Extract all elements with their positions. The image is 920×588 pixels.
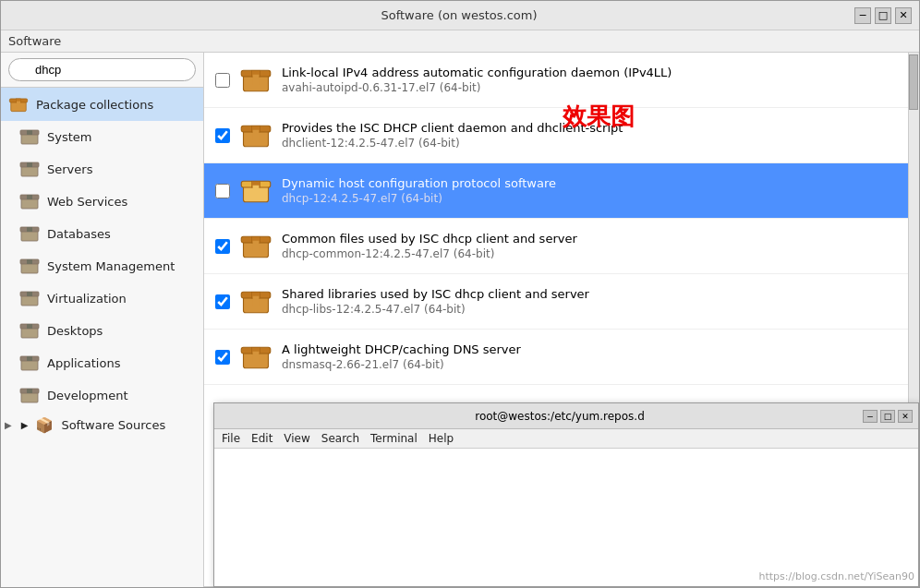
category-icon — [19, 352, 40, 375]
package-row-dnsmasq[interactable]: A lightweight DHCP/caching DNS serverdns… — [204, 330, 908, 385]
expand-arrow: ▶ — [5, 420, 12, 430]
sidebar-item-label: Databases — [47, 227, 111, 241]
sidebar-item-development[interactable]: Development — [1, 379, 203, 412]
sidebar-item-label: Virtualization — [47, 292, 127, 306]
sidebar-item-desktops[interactable]: Desktops — [1, 315, 203, 347]
sidebar-item-databases[interactable]: Databases — [1, 218, 203, 250]
app-title: Software — [8, 34, 61, 48]
terminal-title: root@westos:/etc/yum.repos.d — [257, 410, 863, 423]
svg-rect-21 — [27, 292, 32, 296]
category-icon — [19, 158, 40, 181]
package-row-dhcp[interactable]: Dynamic host configuration protocol soft… — [204, 163, 908, 219]
svg-rect-24 — [27, 324, 32, 329]
content-area: 效果图 🔍 Package collections System — [1, 53, 919, 587]
terminal-menubar: FileEditViewSearchTerminalHelp — [214, 429, 918, 449]
search-wrap: 🔍 — [8, 58, 196, 81]
pkg-checkbox-dhclient[interactable] — [215, 128, 230, 143]
sidebar-item-label: Servers — [47, 162, 92, 176]
package-icon — [8, 92, 29, 116]
sidebar-item-label: Web Services — [47, 195, 127, 209]
category-icon — [19, 222, 40, 246]
svg-rect-34 — [253, 75, 260, 85]
svg-rect-54 — [253, 352, 260, 362]
sidebar-item-system-management[interactable]: System Management — [1, 250, 203, 282]
terminal-menu-terminal[interactable]: Terminal — [370, 432, 418, 445]
sidebar-item-servers[interactable]: Servers — [1, 153, 203, 186]
pkg-checkbox-avahi[interactable] — [215, 73, 230, 88]
pkg-icon-avahi — [239, 60, 272, 100]
app-menubar: Software — [1, 30, 919, 53]
window-controls: − □ ✕ — [854, 7, 912, 24]
package-row-dhcp-common[interactable]: Common files used by ISC dhcp client and… — [204, 219, 908, 274]
svg-rect-12 — [27, 195, 32, 199]
svg-rect-3 — [17, 102, 20, 108]
terminal-menu-edit[interactable]: Edit — [251, 432, 272, 445]
pkg-subtitle-dhcp: dhcp-12:4.2.5-47.el7 (64-bit) — [282, 192, 897, 205]
main-content: Link-local IPv4 address automatic config… — [204, 53, 919, 587]
svg-rect-38 — [253, 130, 260, 140]
minimize-button[interactable]: − — [854, 7, 871, 24]
package-row-dhclient[interactable]: Provides the ISC DHCP client daemon and … — [204, 108, 908, 163]
pkg-icon-dhcp-libs — [239, 282, 272, 321]
terminal-menu-help[interactable]: Help — [429, 432, 454, 445]
pkg-text-dhclient: Provides the ISC DHCP client daemon and … — [282, 121, 897, 150]
search-input[interactable] — [8, 58, 196, 81]
terminal-maximize[interactable]: □ — [880, 410, 895, 423]
arrow-icon: ▶ — [21, 420, 29, 430]
sidebar-item-package-collections[interactable]: Package collections — [1, 88, 203, 121]
pkg-title-dhclient: Provides the ISC DHCP client daemon and … — [282, 121, 897, 135]
sidebar: 🔍 Package collections System Servers — [1, 53, 204, 587]
pkg-icon-dhcp — [239, 171, 272, 210]
sidebar-item-system[interactable]: System — [1, 121, 203, 153]
terminal-close[interactable]: ✕ — [898, 410, 913, 423]
pkg-subtitle-avahi: avahi-autoipd-0.6.31-17.el7 (64-bit) — [282, 81, 897, 94]
pkg-title-avahi: Link-local IPv4 address automatic config… — [282, 66, 897, 79]
terminal-minimize[interactable]: − — [863, 410, 878, 423]
terminal-menu-file[interactable]: File — [222, 432, 240, 445]
package-row-avahi[interactable]: Link-local IPv4 address automatic config… — [204, 53, 908, 108]
svg-rect-27 — [27, 356, 32, 361]
sidebar-item-software-sources[interactable]: ▶▶📦Software Sources — [1, 412, 203, 438]
pkg-subtitle-dhcp-libs: dhcp-libs-12:4.2.5-47.el7 (64-bit) — [282, 303, 897, 316]
pkg-checkbox-dnsmasq[interactable] — [215, 350, 230, 365]
category-icon — [19, 255, 40, 278]
pkg-text-dhcp-common: Common files used by ISC dhcp client and… — [282, 232, 897, 260]
sidebar-item-label: Development — [47, 389, 128, 402]
pkg-title-dhcp-libs: Shared libraries used by ISC dhcp client… — [282, 287, 897, 301]
pkg-icon-dhclient — [239, 115, 272, 155]
pkg-checkbox-dhcp-common[interactable] — [215, 239, 230, 254]
sidebar-item-label: System — [47, 130, 91, 144]
maximize-button[interactable]: □ — [875, 7, 891, 24]
svg-rect-6 — [27, 130, 32, 135]
category-icon — [19, 384, 40, 407]
sidebar-item-label: System Management — [47, 259, 175, 273]
pkg-checkbox-dhcp-libs[interactable] — [215, 294, 230, 309]
sidebar-item-web-services[interactable]: Web Services — [1, 186, 203, 218]
pkg-title-dhcp: Dynamic host configuration protocol soft… — [282, 176, 897, 190]
close-button[interactable]: ✕ — [895, 7, 912, 24]
sidebar-item-applications[interactable]: Applications — [1, 347, 203, 379]
sidebar-item-label: Applications — [47, 356, 120, 370]
category-icon — [19, 287, 40, 310]
sidebar-item-label: Desktops — [47, 324, 103, 338]
pkg-checkbox-dhcp[interactable] — [215, 184, 230, 198]
pkg-title-dnsmasq: A lightweight DHCP/caching DNS server — [282, 342, 897, 356]
pkg-subtitle-dhclient: dhclient-12:4.2.5-47.el7 (64-bit) — [282, 137, 897, 150]
pkg-title-dhcp-common: Common files used by ISC dhcp client and… — [282, 232, 897, 246]
category-icon — [19, 319, 40, 342]
title-bar: Software (on westos.com) − □ ✕ — [1, 1, 919, 30]
pkg-text-dhcp-libs: Shared libraries used by ISC dhcp client… — [282, 287, 897, 316]
terminal-menu-search[interactable]: Search — [321, 432, 359, 445]
pkg-icon-dhcp-common — [239, 226, 272, 266]
terminal-titlebar: root@westos:/etc/yum.repos.d − □ ✕ — [214, 403, 918, 429]
svg-rect-9 — [27, 162, 32, 167]
sidebar-item-virtualization[interactable]: Virtualization — [1, 282, 203, 315]
terminal-body[interactable] — [214, 449, 918, 586]
search-bar: 🔍 — [1, 53, 203, 88]
svg-rect-42 — [253, 186, 260, 196]
sidebar-items-container: Package collections System Servers Web S… — [1, 88, 203, 438]
terminal-menu-view[interactable]: View — [284, 432, 309, 445]
sidebar-item-label: Package collections — [36, 98, 153, 112]
svg-rect-15 — [27, 227, 32, 232]
package-row-dhcp-libs[interactable]: Shared libraries used by ISC dhcp client… — [204, 274, 908, 330]
